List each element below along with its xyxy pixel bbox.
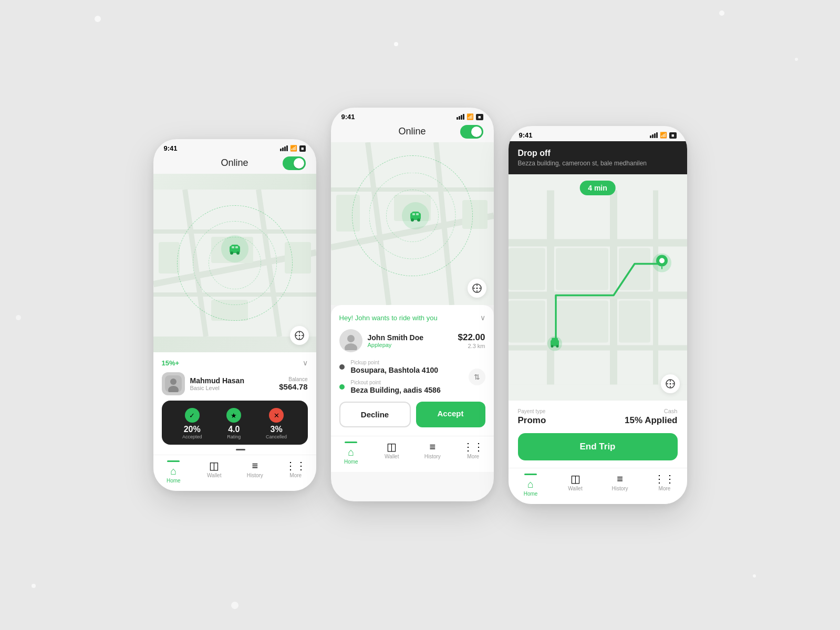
cross-icon-1: ✕	[269, 408, 284, 423]
balance-wrap-1: Balance $564.78	[279, 376, 307, 391]
svg-point-13	[236, 251, 240, 255]
car-icon-1	[221, 235, 248, 262]
more-label-3: More	[659, 486, 671, 491]
stat-rating-1: ★ 4.0 Rating	[226, 408, 241, 439]
status-icons-1: 📶 ■	[280, 145, 305, 152]
compass-button-3[interactable]	[661, 374, 680, 393]
decline-button-2[interactable]: Decline	[339, 402, 411, 427]
pickup-dot-2	[339, 364, 345, 370]
nav-wallet-3[interactable]: ◫ Wallet	[559, 474, 591, 497]
svg-rect-38	[416, 213, 419, 215]
app-header-1: Online	[153, 154, 316, 174]
compass-button-2[interactable]	[468, 279, 486, 298]
compass-icon-1	[295, 331, 304, 340]
phone-1: 9:41 📶 ■ Online	[153, 139, 316, 491]
pickup-label-2: Pickup point	[351, 360, 485, 365]
pickup-address-2: Bosupara, Bashtola 4100	[351, 366, 485, 374]
status-bar-3: 9:41 📶 ■	[509, 126, 687, 141]
bonus-label-1: 15%+	[162, 359, 180, 367]
toggle-switch-1[interactable]	[283, 156, 306, 170]
car-bg-2	[402, 202, 429, 229]
driver-avatar-1	[162, 372, 185, 395]
stat-accepted-label-1: Accepted	[182, 434, 202, 439]
wifi-icon-3: 📶	[660, 132, 667, 139]
ride-request-panel-2: Hey! John wants to ride with you ∨ John …	[331, 305, 494, 436]
battery-icon-1: ■	[299, 145, 305, 152]
map-svg-3	[509, 174, 687, 401]
svg-point-23	[170, 379, 177, 385]
wallet-label-3: Wallet	[568, 486, 582, 491]
signal-icon-1	[280, 145, 288, 151]
nav-history-1[interactable]: ≡ History	[239, 460, 271, 484]
phones-container: 9:41 📶 ■ Online	[153, 126, 687, 504]
nav-home-1[interactable]: ⌂ Home	[158, 460, 189, 484]
accept-button-2[interactable]: Accept	[416, 402, 485, 427]
nav-active-line-3	[524, 474, 537, 475]
promo-value-3: 15% Applied	[625, 415, 677, 426]
route-section-2: Pickup point Bosupara, Bashtola 4100 Pic…	[339, 360, 485, 394]
bottom-nav-3: ⌂ Home ◫ Wallet ≡ History ⋮⋮ More	[509, 468, 687, 504]
nav-wallet-1[interactable]: ◫ Wallet	[199, 460, 230, 484]
svg-point-68	[659, 258, 665, 264]
nav-history-2[interactable]: ≡ History	[417, 442, 448, 465]
bottom-nav-1: ⌂ Home ◫ Wallet ≡ History ⋮⋮ More	[153, 455, 316, 491]
swap-button-2[interactable]: ⇅	[469, 369, 485, 385]
more-icon-2: ⋮⋮	[463, 442, 484, 452]
nav-more-2[interactable]: ⋮⋮ More	[458, 442, 489, 465]
status-bar-2: 9:41 📶 ■	[331, 108, 494, 123]
request-header-2: Hey! John wants to ride with you ∨	[339, 313, 485, 322]
svg-point-71	[669, 383, 671, 385]
compass-button-1[interactable]	[290, 326, 309, 345]
nav-wallet-2[interactable]: ◫ Wallet	[376, 442, 408, 465]
end-trip-button-3[interactable]: End Trip	[518, 433, 678, 460]
online-toggle-1[interactable]	[283, 156, 306, 170]
stat-accepted-1: ✓ 20% Accepted	[182, 408, 202, 439]
payment-type-2: Applepay	[368, 342, 424, 348]
phone-2: 9:41 📶 ■ Online	[331, 108, 494, 501]
history-icon-1: ≡	[252, 460, 258, 471]
nav-active-bar-2	[345, 442, 357, 443]
svg-rect-14	[232, 246, 234, 248]
stat-cancelled-value-1: 3%	[266, 425, 287, 434]
drop-off-banner-3: Drop off Bezza building, cameroon st, ba…	[509, 141, 687, 174]
more-label-2: More	[467, 454, 479, 459]
balance-amount-1: $564.78	[279, 382, 307, 391]
nav-history-3[interactable]: ≡ History	[604, 474, 636, 497]
wifi-icon-1: 📶	[290, 145, 297, 152]
toggle-switch-2[interactable]	[460, 125, 483, 139]
rider-info-2: John Smith Doe Applepay	[339, 329, 424, 352]
nav-home-3[interactable]: ⌂ Home	[515, 474, 546, 497]
wallet-icon-1: ◫	[209, 460, 219, 471]
request-title-2: Hey! John wants to ride with you	[339, 314, 438, 322]
chevron-down-icon-1[interactable]: ∨	[303, 359, 308, 367]
price-distance-2: 2.3 km	[458, 343, 485, 349]
nav-home-2[interactable]: ⌂ Home	[335, 442, 367, 465]
payment-col-left-3: Payent type Promo	[518, 408, 546, 426]
svg-rect-58	[619, 301, 650, 343]
history-label-1: History	[247, 472, 263, 478]
home-label-2: Home	[344, 459, 358, 465]
svg-rect-55	[556, 248, 608, 290]
map-area-2	[331, 142, 494, 305]
svg-point-17	[298, 335, 300, 337]
avatar-svg-1	[165, 375, 182, 392]
dropoff-label-2: Pickout point	[351, 380, 485, 385]
nav-more-3[interactable]: ⋮⋮ More	[649, 474, 680, 497]
driver-level-1: Basic Level	[190, 385, 244, 391]
more-icon-1: ⋮⋮	[285, 460, 306, 471]
driver-details-1: Mahmud Hasan Basic Level	[190, 376, 244, 391]
star-icon-1: ★	[226, 408, 241, 423]
payment-value-3: Promo	[518, 415, 546, 426]
home-icon-3: ⌂	[527, 479, 534, 489]
stats-card-1: ✓ 20% Accepted ★ 4.0 Rating ✕ 3% Cancell…	[162, 401, 308, 445]
svg-rect-57	[556, 301, 608, 343]
trip-panel-3: Payent type Promo Cash 15% Applied End T…	[509, 401, 687, 468]
home-icon-2: ⌂	[348, 447, 354, 457]
phone-3: 9:41 📶 ■ Drop off Bezza building, camero…	[509, 126, 687, 504]
compass-icon-3	[666, 379, 675, 388]
driver-row-1: Mahmud Hasan Basic Level Balance $564.78	[162, 372, 308, 395]
pickup-point-2: Pickup point Bosupara, Bashtola 4100	[351, 360, 485, 374]
wallet-label-1: Wallet	[207, 472, 221, 478]
online-toggle-2[interactable]	[460, 125, 483, 139]
nav-more-1[interactable]: ⋮⋮ More	[280, 460, 312, 484]
